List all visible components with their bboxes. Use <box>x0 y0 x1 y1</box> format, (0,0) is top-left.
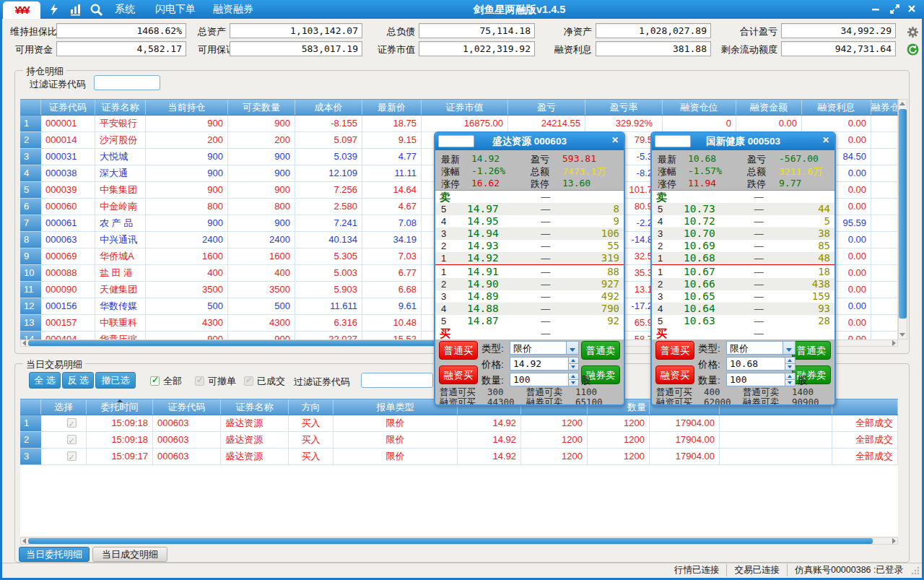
tab-today-fills[interactable]: 当日成交明细 <box>92 547 167 562</box>
menu-margin-trading[interactable]: 融资融券 <box>213 3 253 16</box>
order-price-input[interactable]: 14.92 <box>510 357 579 371</box>
ask-row[interactable]: 414.95—9 <box>435 215 624 228</box>
resize-grip[interactable] <box>911 566 920 575</box>
checkbox-cancellable[interactable]: 可撤单 <box>195 374 236 386</box>
checkbox-filled[interactable]: 已成交 <box>244 374 285 386</box>
ask-row[interactable]: 110.68—48 <box>652 252 834 264</box>
column-header[interactable]: 融券仓位 <box>871 100 898 115</box>
positions-filter-input[interactable] <box>94 75 160 90</box>
minimize-button[interactable] <box>869 4 882 15</box>
cell-select[interactable] <box>41 432 87 449</box>
trades-filter-input[interactable] <box>361 373 433 388</box>
column-header[interactable]: 当前持仓 <box>146 100 228 115</box>
bid-row[interactable]: 310.65—159 <box>652 290 834 303</box>
gear-icon[interactable] <box>907 26 920 39</box>
ask-row[interactable]: 214.93—55 <box>435 240 624 252</box>
column-header[interactable]: 最新价 <box>362 100 422 115</box>
column-header[interactable]: 证券代码 <box>153 399 221 415</box>
column-header[interactable]: 融资利息 <box>802 100 871 115</box>
cancel-selected-button[interactable]: 撤已选 <box>95 372 136 389</box>
ask-row[interactable]: 314.94—106 <box>435 228 624 240</box>
ask-row[interactable]: 210.69—85 <box>652 240 834 252</box>
ordinary-sell-button[interactable]: 普通卖 <box>581 341 620 360</box>
column-header[interactable]: 融资金额 <box>736 100 802 115</box>
order-type-select[interactable]: 限价 <box>510 341 579 355</box>
cell-select[interactable] <box>41 415 87 432</box>
ask-row[interactable]: 510.73—44 <box>652 203 834 215</box>
column-header[interactable]: 盈亏率 <box>585 100 663 115</box>
column-header[interactable]: 可卖数量 <box>228 100 295 115</box>
trade-row[interactable]: 115:09:18000603盛达资源买入限价14.92120012001790… <box>20 415 898 432</box>
margin-buy-button[interactable]: 融资买 <box>439 365 478 384</box>
margin-buy-button[interactable]: 融资买 <box>655 365 694 384</box>
column-header[interactable]: 方向 <box>289 399 334 415</box>
bar-chart-icon[interactable] <box>69 3 84 16</box>
select-all-button[interactable]: 全 选 <box>29 372 61 389</box>
spinner-buttons[interactable] <box>785 358 795 370</box>
row-number: 7 <box>20 215 41 232</box>
ask-row[interactable]: 410.72—5 <box>652 215 834 228</box>
spinner-buttons[interactable] <box>785 373 795 386</box>
order-quantity-input[interactable]: 100 <box>510 373 579 386</box>
position-row[interactable]: 1000001平安银行900900-8.15518.7516875.002421… <box>20 116 898 132</box>
cell-select[interactable] <box>41 449 87 465</box>
maximize-button[interactable] <box>888 4 901 15</box>
column-header[interactable]: 证券名称 <box>95 100 146 115</box>
column-header[interactable]: 融资仓位 <box>663 100 736 115</box>
column-header[interactable]: 证券名称 <box>221 399 289 415</box>
invert-select-button[interactable]: 反 选 <box>62 372 94 389</box>
checkbox-label: 已成交 <box>257 376 285 386</box>
search-icon[interactable] <box>90 3 104 16</box>
close-icon[interactable] <box>905 4 918 15</box>
lightning-icon[interactable] <box>48 3 62 16</box>
spinner-buttons[interactable] <box>568 373 578 386</box>
row-checkbox[interactable] <box>67 451 77 461</box>
spinner-buttons[interactable] <box>568 358 578 370</box>
order-type-select[interactable]: 限价 <box>726 341 796 355</box>
panel-close-icon[interactable]: ✕ <box>822 135 829 145</box>
order-price-input[interactable]: 10.68 <box>726 357 796 371</box>
panel-title-bar[interactable]: 国新健康 000503✕ <box>652 133 834 150</box>
bid-row[interactable]: 210.66—438 <box>652 278 834 290</box>
ordinary-buy-button[interactable]: 普通买 <box>655 341 694 360</box>
bid-row[interactable]: 514.87—92 <box>435 315 624 327</box>
ask-row[interactable]: 310.70—38 <box>652 228 834 240</box>
bid-row[interactable]: 110.67—18 <box>652 266 834 278</box>
column-header[interactable]: 选择 <box>41 399 87 415</box>
bid-row[interactable]: 510.63—28 <box>652 315 834 327</box>
row-checkbox[interactable] <box>67 435 77 444</box>
refresh-icon[interactable] <box>907 43 920 56</box>
column-header[interactable]: 成本价 <box>295 100 362 115</box>
cell-price: 14.92 <box>458 415 521 432</box>
menu-system[interactable]: 系统 <box>115 3 135 16</box>
bid-row[interactable]: 214.90—927 <box>435 278 624 290</box>
row-checkbox[interactable] <box>67 418 77 428</box>
ask-row[interactable]: 114.92—319 <box>435 252 624 264</box>
trade-row[interactable]: 315:09:17000603盛达资源买入限价14.92120012001790… <box>20 449 898 465</box>
panel-close-icon[interactable]: ✕ <box>611 135 619 145</box>
ask-row[interactable]: 514.97—8 <box>435 203 624 215</box>
column-header[interactable]: 证券代码 <box>41 100 95 115</box>
trades-hscrollbar[interactable] <box>20 537 898 545</box>
column-header[interactable] <box>832 399 898 415</box>
checkbox-all[interactable]: 全部 <box>150 374 182 386</box>
trade-row[interactable]: 215:09:18000603盛达资源买入限价14.92120012001790… <box>20 432 898 449</box>
column-header[interactable]: 委托时间 <box>87 399 153 415</box>
ask-volume: 55 <box>607 240 619 252</box>
app-logo-icon[interactable] <box>3 1 40 19</box>
bid-row[interactable]: 414.88—790 <box>435 303 624 315</box>
ordinary-buy-button[interactable]: 普通买 <box>439 341 478 360</box>
panel-title-bar[interactable]: 盛达资源 000603✕ <box>435 133 624 150</box>
bid-row[interactable]: 410.64—93 <box>652 303 834 315</box>
column-header[interactable]: 盈亏 <box>508 100 585 115</box>
column-header[interactable]: 证券市值 <box>422 100 508 115</box>
bid-row[interactable]: 114.91—88 <box>435 266 624 278</box>
order-quantity-input[interactable]: 100 <box>726 373 796 386</box>
account-field-value: 34,992.29 <box>781 23 896 38</box>
positions-vscrollbar[interactable] <box>898 99 907 339</box>
tab-today-orders[interactable]: 当日委托明细 <box>19 547 90 562</box>
bid-row[interactable]: 314.89—492 <box>435 290 624 303</box>
menu-flash-order[interactable]: 闪电下单 <box>155 3 196 16</box>
account-field-label: 可用资金 <box>10 43 53 56</box>
ordinary-sell-button[interactable]: 普通卖 <box>792 341 831 360</box>
